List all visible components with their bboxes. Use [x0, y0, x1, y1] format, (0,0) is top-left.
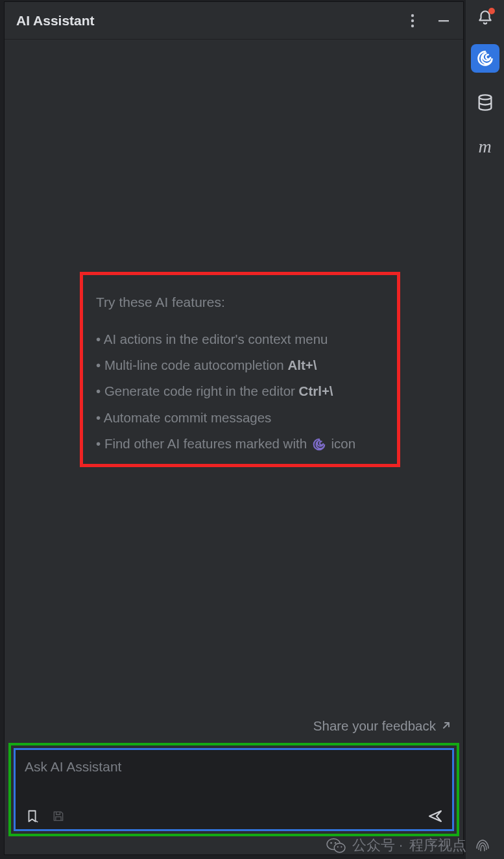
- minimize-icon[interactable]: [436, 13, 451, 29]
- svg-point-10: [341, 846, 342, 847]
- svg-point-8: [335, 842, 337, 844]
- watermark-prefix: 公众号 ·: [352, 836, 403, 855]
- ai-assistant-tab-icon[interactable]: [471, 44, 499, 73]
- fingerprint-icon: [473, 836, 492, 855]
- more-options-icon[interactable]: [405, 13, 420, 29]
- header-actions: [405, 13, 451, 29]
- tips-heading: Try these AI features:: [96, 295, 384, 310]
- svg-point-4: [479, 95, 491, 99]
- panel-title: AI Assistant: [16, 13, 95, 29]
- svg-point-9: [337, 846, 338, 847]
- tips-item: Generate code right in the editor Ctrl+\: [96, 378, 384, 404]
- tips-item: Automate commit messages: [96, 405, 384, 431]
- wechat-icon: [326, 837, 346, 854]
- bookmark-icon[interactable]: [25, 808, 40, 824]
- feedback-label: Share your feedback: [313, 718, 436, 734]
- notifications-icon[interactable]: [477, 9, 494, 29]
- watermark-account: 程序视点: [409, 836, 466, 855]
- notification-dot: [488, 8, 495, 14]
- watermark: 公众号 · 程序视点: [326, 836, 492, 855]
- tips-text: Find other AI features marked with: [104, 436, 311, 451]
- ai-assistant-panel: AI Assistant Try these AI features: AI a…: [4, 1, 464, 855]
- tips-text: Generate code right in the editor: [104, 383, 299, 398]
- tips-item: Find other AI features marked with icon: [96, 431, 384, 457]
- tips-box: Try these AI features: AI actions in the…: [80, 272, 400, 467]
- m-tool-icon[interactable]: m: [471, 132, 499, 161]
- panel-body: Try these AI features: AI actions in the…: [5, 40, 463, 743]
- spiral-icon: [312, 437, 326, 452]
- right-sidebar: m: [465, 0, 504, 859]
- svg-point-1: [411, 19, 414, 21]
- panel-header: AI Assistant: [5, 2, 463, 40]
- tips-item: AI actions in the editor's context menu: [96, 326, 384, 352]
- svg-point-7: [330, 842, 332, 844]
- database-icon[interactable]: [471, 88, 499, 117]
- save-icon[interactable]: [51, 808, 66, 824]
- external-link-icon: [441, 718, 451, 734]
- tips-list: AI actions in the editor's context menu …: [96, 326, 384, 457]
- tips-text: Multi-line code autocompletion: [104, 357, 288, 372]
- tips-item: Multi-line code autocompletion Alt+\: [96, 352, 384, 378]
- chat-input[interactable]: Ask AI Assistant: [14, 748, 454, 831]
- input-toolbar: [25, 808, 443, 824]
- svg-point-0: [411, 14, 414, 16]
- keyboard-shortcut: Ctrl+\: [299, 383, 333, 398]
- send-icon[interactable]: [427, 808, 443, 824]
- input-area-highlight: Ask AI Assistant: [8, 743, 459, 836]
- keyboard-shortcut: Alt+\: [287, 357, 317, 372]
- svg-point-2: [411, 24, 414, 27]
- chat-input-placeholder: Ask AI Assistant: [25, 759, 443, 775]
- share-feedback-link[interactable]: Share your feedback: [313, 718, 451, 734]
- svg-point-6: [334, 843, 345, 853]
- tips-text: icon: [328, 436, 355, 451]
- svg-rect-3: [438, 20, 449, 21]
